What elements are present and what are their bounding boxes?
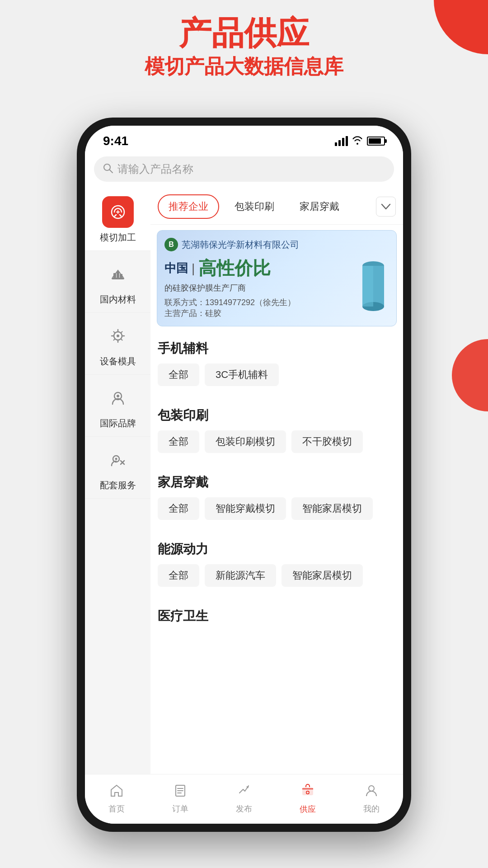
- phone-wrapper: 9:41: [77, 118, 411, 832]
- section-title-jiaju: 家居穿戴: [158, 474, 396, 491]
- nav-order[interactable]: 订单: [149, 784, 212, 814]
- nav-order-label: 订单: [172, 803, 188, 814]
- nav-supply[interactable]: 供应: [276, 783, 339, 815]
- sidebar-icon-guoji: [102, 382, 134, 414]
- svg-point-23: [369, 786, 374, 791]
- category-jiaju: 家居穿戴 全部 智能穿戴模切 智能家居模切: [150, 466, 403, 528]
- search-icon: [103, 163, 113, 175]
- status-icons: [335, 135, 385, 147]
- tag-nengyuan-smart[interactable]: 智能家居模切: [282, 564, 363, 587]
- sidebar-label-peitao: 配套服务: [100, 479, 136, 491]
- tag-jiaju-all[interactable]: 全部: [158, 497, 199, 520]
- banner-contact: 联系方式：13914977292（徐先生）: [164, 297, 357, 308]
- section-tags-jiaju: 全部 智能穿戴模切 智能家居模切: [158, 497, 396, 520]
- wifi-icon: [352, 135, 363, 147]
- banner-main-text: 中国 | 高性价比: [164, 256, 357, 281]
- section-title-yiliao: 医疗卫生: [158, 608, 396, 625]
- sidebar-item-guoji[interactable]: 国际品牌: [85, 375, 150, 437]
- section-tags-baozhuang: 全部 包装印刷模切 不干胶模切: [158, 430, 396, 453]
- banner-company-name: 芜湖韩保光学新材料有限公司: [182, 239, 299, 251]
- tag-baozhuang-bujiao[interactable]: 不干胶模切: [291, 430, 363, 453]
- sidebar: 模切加工 国内材料: [85, 189, 150, 774]
- home-icon: [110, 784, 123, 801]
- sidebar-label-shebei: 设备模具: [100, 355, 136, 367]
- supply-icon: [300, 783, 315, 801]
- bottom-nav: 首页 订单: [85, 774, 403, 824]
- category-nengyuan: 能源动力 全部 新能源汽车 智能家居模切: [150, 533, 403, 595]
- search-placeholder: 请输入产品名称: [117, 162, 193, 176]
- profile-icon: [365, 784, 378, 801]
- sidebar-item-peitao[interactable]: 配套服务: [85, 437, 150, 499]
- category-baozhuang: 包装印刷 全部 包装印刷模切 不干胶模切: [150, 399, 403, 461]
- section-title-nengyuan: 能源动力: [158, 541, 396, 558]
- nav-home-label: 首页: [108, 803, 125, 814]
- tag-shouji-all[interactable]: 全部: [158, 363, 199, 386]
- phone-frame: 9:41: [77, 118, 411, 832]
- phone-screen: 9:41: [85, 126, 403, 824]
- svg-rect-3: [112, 278, 124, 279]
- tag-jiaju-zhineng[interactable]: 智能穿戴模切: [205, 497, 286, 520]
- sidebar-icon-peitao: [102, 444, 134, 476]
- category-shouji: 手机辅料 全部 3C手机辅料: [150, 332, 403, 394]
- tab-packaging[interactable]: 包装印刷: [225, 195, 284, 218]
- category-yiliao: 医疗卫生: [150, 599, 403, 639]
- sidebar-icon-shebei: [102, 320, 134, 352]
- tag-nengyuan-xny[interactable]: 新能源汽车: [205, 564, 276, 587]
- sidebar-item-moqie[interactable]: 模切加工: [85, 189, 150, 251]
- publish-icon: [237, 784, 251, 801]
- sidebar-label-guonei: 国内材料: [100, 293, 136, 305]
- banner-text-area: 中国 | 高性价比 的硅胶保护膜生产厂商 联系方式：13914977292（徐先…: [164, 256, 357, 319]
- order-icon: [174, 784, 187, 801]
- search-input-wrap[interactable]: 请输入产品名称: [94, 156, 394, 182]
- banner-content: 中国 | 高性价比 的硅胶保护膜生产厂商 联系方式：13914977292（徐先…: [164, 256, 389, 319]
- tab-recommended[interactable]: 推荐企业: [158, 194, 219, 219]
- banner-logo: B: [164, 238, 178, 251]
- main-content: 推荐企业 包装印刷 家居穿戴 B: [150, 189, 403, 774]
- content-area: 模切加工 国内材料: [85, 189, 403, 774]
- section-title-shouji: 手机辅料: [158, 340, 396, 357]
- nav-publish[interactable]: 发布: [212, 784, 276, 814]
- category-tabs: 推荐企业 包装印刷 家居穿戴: [150, 189, 403, 225]
- bg-decor-bottom-right: [452, 339, 488, 411]
- nav-profile[interactable]: 我的: [339, 784, 403, 814]
- sidebar-label-moqie: 模切加工: [100, 231, 136, 243]
- status-bar: 9:41: [85, 126, 403, 152]
- tab-living[interactable]: 家居穿戴: [290, 195, 349, 218]
- hero-title: 产品供应: [0, 14, 488, 52]
- tab-dropdown-btn[interactable]: [376, 197, 396, 217]
- sidebar-label-guoji: 国际品牌: [100, 417, 136, 429]
- section-tags-nengyuan: 全部 新能源汽车 智能家居模切: [158, 564, 396, 587]
- nav-home[interactable]: 首页: [85, 784, 149, 814]
- sidebar-item-shebei[interactable]: 设备模具: [85, 313, 150, 375]
- section-title-baozhuang: 包装印刷: [158, 407, 396, 424]
- tag-baozhuang-all[interactable]: 全部: [158, 430, 199, 453]
- tag-shouji-3c[interactable]: 3C手机辅料: [205, 363, 279, 386]
- tag-nengyuan-all[interactable]: 全部: [158, 564, 199, 587]
- hero-section: 产品供应 模切产品大数据信息库: [0, 14, 488, 80]
- nav-publish-label: 发布: [236, 803, 252, 814]
- sidebar-icon-moqie: [102, 196, 134, 228]
- sidebar-item-guonei[interactable]: 国内材料: [85, 251, 150, 313]
- svg-point-10: [117, 395, 119, 397]
- categories-container: 手机辅料 全部 3C手机辅料 包装印刷 全部 包装印刷模切: [150, 332, 403, 644]
- banner-desc: 的硅胶保护膜生产厂商: [164, 283, 357, 293]
- svg-line-1: [110, 170, 113, 173]
- tag-baozhuang-moji[interactable]: 包装印刷模切: [205, 430, 286, 453]
- nav-supply-label: 供应: [300, 804, 316, 815]
- search-bar: 请输入产品名称: [85, 152, 403, 189]
- banner-company: B 芜湖韩保光学新材料有限公司: [164, 238, 389, 251]
- signal-icon: [335, 136, 348, 146]
- banner-ad: B 芜湖韩保光学新材料有限公司 中国 | 高性价比: [157, 230, 397, 326]
- banner-main-product: 主营产品：硅胶: [164, 308, 357, 319]
- banner-highlight: 高性价比: [198, 256, 271, 281]
- status-time: 9:41: [103, 134, 128, 148]
- section-tags-shouji: 全部 3C手机辅料: [158, 363, 396, 386]
- svg-point-12: [115, 458, 117, 460]
- banner-cylinder: [357, 260, 389, 315]
- tag-jiaju-jiaju[interactable]: 智能家居模切: [291, 497, 373, 520]
- sidebar-icon-guonei: [102, 258, 134, 290]
- svg-rect-16: [362, 266, 373, 307]
- hero-subtitle: 模切产品大数据信息库: [0, 52, 488, 80]
- svg-point-8: [117, 335, 119, 337]
- battery-icon: [367, 137, 385, 146]
